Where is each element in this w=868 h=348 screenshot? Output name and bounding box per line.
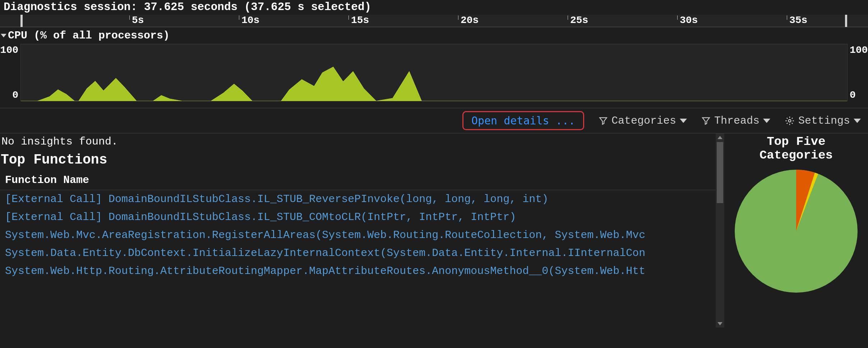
scroll-thumb[interactable] (717, 142, 723, 203)
chevron-down-icon (854, 119, 861, 123)
cpu-axis-left: 100 0 (0, 44, 20, 101)
functions-pane: No insights found. Top Functions Functio… (0, 133, 724, 328)
cpu-axis-right: 100 0 (848, 44, 868, 101)
categories-dropdown[interactable]: Categories (599, 115, 687, 127)
cpu-graph[interactable] (20, 44, 848, 101)
scroll-down-button[interactable] (716, 320, 724, 328)
open-details-button[interactable]: Open details ... (462, 111, 584, 130)
cpu-sparkline (21, 44, 847, 101)
function-row[interactable]: System.Web.Mvc.AreaRegistration.Register… (0, 226, 716, 244)
filter-icon (701, 116, 711, 125)
top-categories-title-2: Categories (760, 148, 833, 162)
cpu-section-label[interactable]: CPU (% of all processors) (0, 27, 868, 44)
function-row[interactable]: [External Call] DomainBoundILStubClass.I… (0, 190, 716, 208)
timeline-handle-right[interactable] (845, 15, 847, 27)
column-header-function-name[interactable]: Function Name (0, 171, 716, 190)
cpu-label-text: CPU (% of all processors) (8, 29, 170, 42)
ruler-tick: 20s (458, 15, 479, 27)
top-categories-title-1: Top Five (767, 135, 825, 148)
top-categories-pane: Top Five Categories (724, 133, 868, 328)
gear-icon (785, 116, 795, 126)
function-row[interactable]: System.Web.Http.Routing.AttributeRouting… (0, 262, 716, 280)
cpu-axis-min-right: 0 (850, 90, 856, 101)
ruler-tick: 25s (568, 15, 588, 27)
ruler-tick: 10s (239, 15, 259, 27)
categories-label: Categories (611, 115, 676, 127)
chevron-down-icon (763, 119, 770, 123)
timeline-ruler[interactable]: 5s10s15s20s25s30s35s (0, 15, 868, 27)
session-header: Diagnostics session: 37.625 seconds (37.… (0, 0, 868, 15)
settings-label: Settings (798, 115, 850, 127)
threads-dropdown[interactable]: Threads (701, 115, 770, 127)
ruler-tick: 5s (129, 15, 144, 27)
scrollbar-vertical[interactable] (716, 133, 724, 328)
top-functions-title: Top Functions (0, 151, 716, 171)
filter-icon (599, 116, 608, 125)
chevron-down-icon (680, 119, 687, 123)
svg-point-0 (788, 119, 791, 122)
toolbar: Open details ... Categories Threads Sett… (0, 108, 868, 133)
insights-text: No insights found. (0, 133, 716, 151)
collapse-icon (1, 34, 6, 37)
cpu-axis-max: 100 (0, 45, 18, 56)
ruler-tick: 35s (787, 15, 807, 27)
scroll-up-button[interactable] (716, 133, 724, 141)
threads-label: Threads (714, 115, 760, 127)
ruler-tick: 15s (348, 15, 369, 27)
function-row[interactable]: [External Call] DomainBoundILStubClass.I… (0, 208, 716, 226)
function-row[interactable]: System.Data.Entity.DbContext.InitializeL… (0, 244, 716, 262)
timeline-handle-left[interactable] (20, 15, 23, 27)
pie-chart (731, 166, 861, 299)
cpu-axis-min: 0 (12, 90, 18, 101)
settings-dropdown[interactable]: Settings (785, 115, 861, 127)
cpu-axis-max-right: 100 (850, 45, 868, 56)
ruler-tick: 30s (677, 15, 698, 27)
